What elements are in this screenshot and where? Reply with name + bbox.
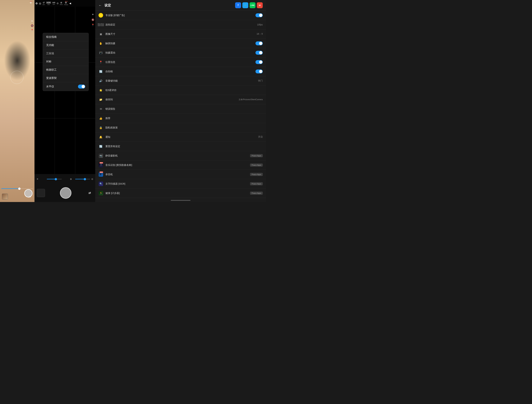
silent-camera-icon: 📷: [99, 153, 103, 158]
touch-toggle[interactable]: [255, 41, 263, 45]
level-toggle[interactable]: [78, 84, 85, 89]
fitness-peace: Peace Apps: [250, 192, 263, 195]
touch-icon: ✋: [99, 41, 103, 46]
twitter-icon[interactable]: 🐦: [242, 2, 248, 8]
burst-icon: ⬛⬛: [99, 22, 103, 27]
reset-icon: 🔄: [99, 144, 103, 149]
settings-item-recorder[interactable]: 🎙 NEW 录音机 Peace Apps: [95, 170, 266, 179]
cam-side-volume[interactable]: 🔇: [31, 24, 33, 27]
dropdown-item-none[interactable]: 无功能: [43, 41, 89, 49]
settings-item-music-recognition[interactable]: 🎵 NEW 音乐识别 [查找歌曲名称] Peace Apps: [95, 160, 266, 170]
ocr-label: 文字扫描器 [OCR]: [105, 182, 248, 186]
dropdown-item-fibonacci[interactable]: 斐波那契: [43, 74, 89, 82]
fitness-icon: 🏃: [99, 191, 103, 195]
silent-camera-peace: Peace Apps: [250, 154, 263, 157]
center-settings-icon[interactable]: ⚙NEW Trilinear: [64, 1, 68, 5]
center-side-flash[interactable]: ☀: [92, 13, 94, 16]
settings-item-professional[interactable]: ⭐ 专业版 [封锁广告]: [95, 11, 266, 20]
burst-label: 连拍设定: [105, 23, 255, 26]
saveto-value: 主体/Pictures/SilentCamera: [239, 98, 263, 101]
volume-icon: 🔊: [99, 78, 103, 83]
center-timer-icon[interactable]: ↺ OFF: [43, 1, 45, 5]
location-toggle[interactable]: [255, 60, 263, 64]
line-icon[interactable]: LINE: [250, 2, 255, 8]
center-side-location[interactable]: 📍: [91, 24, 94, 26]
burst-value: 10fps: [257, 23, 263, 26]
center-side-volume[interactable]: 🔇: [91, 18, 94, 21]
settings-item-silent-camera[interactable]: 📷 静音摄影机 Peace Apps: [95, 151, 266, 160]
music-recognition-peace: Peace Apps: [250, 164, 263, 167]
recommend-icon: 👍: [99, 116, 103, 121]
center-flower-icon[interactable]: ✿: [35, 2, 38, 5]
center-brightness-track[interactable]: [47, 179, 62, 179]
gmail-icon[interactable]: M: [257, 2, 263, 8]
facebook-icon[interactable]: f: [235, 2, 241, 8]
mirror-icon: 🔄: [99, 69, 103, 74]
professional-toggle[interactable]: [255, 13, 263, 17]
settings-item-error[interactable]: ✉ 错误报告: [95, 104, 266, 114]
notification-icon: 🔔: [99, 135, 103, 139]
vibration-toggle[interactable]: [255, 51, 263, 55]
center-wb-icon[interactable]: WB Auto: [52, 2, 55, 5]
settings-item-imagesize[interactable]: ▣ 图像尺寸 16：9: [95, 29, 266, 39]
settings-item-location[interactable]: 📍 位置信息: [95, 58, 266, 67]
center-grid-icon[interactable]: ⊞ None: [60, 1, 63, 5]
cam-thumbnail[interactable]: [2, 194, 8, 199]
settings-item-notification[interactable]: 🔔 通知 开启: [95, 132, 266, 142]
center-zoom-track[interactable]: [75, 179, 90, 179]
center-shutter-btn[interactable]: [60, 187, 71, 199]
center-top-bar: ✿ ◎ ↺ OFF HDR Auto WB Auto ⊙ ⊞ None ⚙NEW…: [34, 0, 95, 6]
settings-title: 设定: [104, 3, 233, 7]
cam-side-flash[interactable]: ☀: [31, 20, 33, 22]
center-circle-icon[interactable]: ◎: [39, 2, 41, 5]
settings-item-saveto[interactable]: 📁 保存到 主体/Pictures/SilentCamera: [95, 95, 266, 104]
settings-item-recommend[interactable]: 👍 推荐: [95, 114, 266, 123]
settings-item-burst[interactable]: ⬛⬛ 连拍设定 10fps: [95, 20, 266, 29]
center-zoom-out[interactable]: ⊖: [91, 178, 93, 180]
notification-label: 通知: [105, 135, 256, 139]
dropdown-item-guide[interactable]: 组合指南: [43, 33, 89, 41]
camera-panel: ✿ ◎ ↺ OFF HDR Auto WB Auto ⊙ ⊞ None: [0, 0, 34, 202]
shutter-button[interactable]: [24, 189, 32, 197]
saveto-label: 保存到: [105, 98, 236, 101]
error-label: 错误报告: [105, 107, 263, 110]
ocr-peace: Peace Apps: [250, 182, 263, 185]
touch-label: 触摸拍摄: [105, 42, 253, 45]
settings-item-rating[interactable]: ⭐ 给5星评价: [95, 86, 266, 95]
settings-item-ocr[interactable]: 🔍 文字扫描器 [OCR] Peace Apps: [95, 179, 266, 189]
dropdown-item-level[interactable]: 水平仪: [43, 82, 89, 91]
back-button[interactable]: ←: [99, 3, 102, 7]
center-switch-cam[interactable]: ⇄: [86, 190, 93, 196]
center-hdr-icon[interactable]: HDR Auto: [46, 1, 51, 5]
settings-item-volume[interactable]: 🔊 音量键功能 快门: [95, 76, 266, 86]
recorder-label: 录音机: [105, 173, 248, 176]
center-grid-view: ☀ 🔇 📍 组合指南 无功能 三分法 对称 铁路职工 斐波那契: [34, 6, 95, 174]
settings-item-reset[interactable]: 🔄 重置所有设定: [95, 142, 266, 151]
center-face-icon[interactable]: ⊙: [57, 2, 59, 5]
mirror-toggle[interactable]: [255, 70, 263, 73]
center-thumbnail[interactable]: [37, 189, 45, 197]
settings-item-fitness[interactable]: 🏃 健身 [计步器] Peace Apps: [95, 189, 266, 198]
settings-item-vibration[interactable]: 📳 拍摄震动: [95, 48, 266, 58]
privacy-label: 隐私权政策: [105, 126, 263, 129]
center-arrow-icon[interactable]: ◀: [69, 2, 71, 5]
ocr-icon: 🔍: [99, 181, 103, 186]
settings-item-touch[interactable]: ✋ 触摸拍摄: [95, 39, 266, 48]
error-icon: ✉: [99, 107, 103, 111]
cam-side-location[interactable]: 📍: [31, 29, 33, 32]
bottom-nav: [95, 199, 266, 202]
music-recognition-label: 音乐识别 [查找歌曲名称]: [105, 164, 248, 167]
settings-item-privacy[interactable]: 🔒 隐私权政策: [95, 123, 266, 132]
vibration-icon: 📳: [99, 51, 103, 55]
settings-panel: ← 设定 f 🐦 LINE M ⭐ 专业版 [封锁广告] ⬛⬛ 连拍设定 10f…: [95, 0, 266, 202]
dropdown-item-symmetry[interactable]: 对称: [43, 58, 89, 66]
notification-value: 开启: [258, 135, 263, 138]
location-icon: 📍: [99, 60, 103, 64]
cam-brightness-track[interactable]: [1, 188, 33, 189]
center-zoom-icon[interactable]: ⊕: [70, 178, 72, 180]
dropdown-item-thirds[interactable]: 三分法: [43, 49, 89, 58]
privacy-icon: 🔒: [99, 125, 103, 130]
dropdown-item-railway[interactable]: 铁路职工: [43, 66, 89, 74]
settings-item-mirror[interactable]: 🔄 自拍镜: [95, 67, 266, 76]
recorder-icon-wrapper: 🎙 NEW: [99, 172, 103, 177]
